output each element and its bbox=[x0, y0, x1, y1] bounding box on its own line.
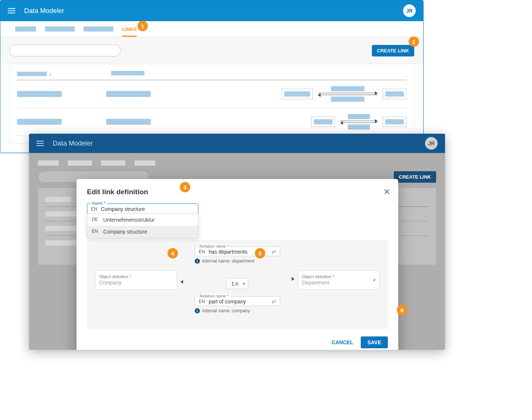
translate-icon[interactable]: ⇄ bbox=[272, 249, 276, 255]
relation-area: Relation name * EN has departments ⇄ iIn… bbox=[87, 240, 388, 329]
links-table: ↓ bbox=[9, 64, 414, 144]
foreground-window: Data Modeler JR CREATE LINK Edit link de… bbox=[29, 134, 445, 350]
tab-placeholder[interactable] bbox=[45, 26, 75, 32]
edit-link-modal: Edit link definition ✕ Name * EN DE Unte… bbox=[77, 179, 398, 350]
name-dropdown: DE Unternehmensstruktur EN Company struc… bbox=[87, 214, 198, 238]
right-object-value: Department bbox=[302, 280, 376, 286]
relation-top-value: has departments bbox=[209, 249, 247, 255]
chevron-down-icon: ▾ bbox=[373, 277, 376, 283]
search-input[interactable] bbox=[9, 45, 121, 56]
left-object-value: Company bbox=[99, 280, 173, 286]
menu-icon[interactable] bbox=[36, 141, 44, 146]
translate-icon[interactable]: ⇄ bbox=[272, 299, 276, 305]
relation-top-internal: iInternal name: department bbox=[195, 258, 280, 264]
annotation-badge-3: 3 bbox=[180, 182, 190, 192]
annotation-badge-5: 5 bbox=[255, 248, 265, 258]
relation-bottom-value: part of company bbox=[209, 299, 246, 305]
lang-tag: EN bbox=[91, 206, 97, 212]
sort-icon[interactable]: ↓ bbox=[49, 71, 52, 77]
right-object-stack: Object definition * Department ▾ bbox=[298, 270, 380, 290]
column-header[interactable] bbox=[17, 72, 47, 76]
app-header-modal: Data Modeler JR bbox=[29, 134, 445, 153]
menu-icon[interactable] bbox=[8, 8, 15, 13]
create-link-button[interactable]: CREATE LINK bbox=[372, 45, 414, 56]
cardinality-select[interactable]: 1:n ▾ bbox=[226, 278, 248, 289]
dimmed-body: CREATE LINK Edit link definition ✕ Name … bbox=[29, 153, 445, 350]
table-row[interactable] bbox=[17, 80, 406, 108]
close-icon[interactable]: ✕ bbox=[383, 187, 390, 197]
app-title: Data Modeler bbox=[24, 7, 64, 15]
name-label: Name * bbox=[90, 201, 107, 205]
link-diagram bbox=[282, 86, 406, 102]
chevron-down-icon: ▾ bbox=[243, 281, 245, 287]
cancel-button[interactable]: CANCEL bbox=[332, 339, 353, 345]
tab-links[interactable]: LINKS bbox=[122, 26, 137, 37]
avatar[interactable]: JR bbox=[425, 137, 438, 150]
annotation-badge-6: 6 bbox=[397, 305, 407, 315]
tab-bar: LINKS bbox=[0, 21, 423, 37]
modal-title: Edit link definition bbox=[87, 188, 388, 196]
relation-top-field[interactable]: Relation name * EN has departments ⇄ bbox=[195, 247, 280, 256]
column-header[interactable] bbox=[111, 71, 145, 75]
app-header: Data Modeler JR bbox=[0, 0, 423, 21]
relation-bottom-field[interactable]: Relation name * EN part of company ⇄ bbox=[195, 296, 280, 306]
background-window: Data Modeler JR LINKS CREATE LINK ↓ bbox=[0, 0, 424, 153]
annotation-badge-2: 2 bbox=[409, 36, 419, 47]
app-title: Data Modeler bbox=[53, 140, 93, 147]
create-link-button-disabled: CREATE LINK bbox=[394, 171, 436, 183]
annotation-badge-4: 4 bbox=[168, 248, 178, 258]
name-input[interactable] bbox=[101, 206, 194, 212]
dropdown-item-en[interactable]: EN Company structure bbox=[87, 226, 198, 238]
avatar[interactable]: JR bbox=[403, 4, 416, 17]
tab-placeholder[interactable] bbox=[15, 26, 36, 32]
right-object-field[interactable]: Object definition * Department ▾ bbox=[298, 270, 380, 290]
tab-placeholder[interactable] bbox=[84, 26, 113, 32]
relation-bottom-internal: iInternal name: company bbox=[195, 308, 280, 313]
link-diagram bbox=[296, 114, 406, 130]
name-field[interactable]: Name * EN DE Unternehmensstruktur EN Com… bbox=[87, 204, 198, 214]
dropdown-item-de[interactable]: DE Unternehmensstruktur bbox=[87, 214, 198, 226]
table-row[interactable] bbox=[17, 108, 406, 136]
annotation-badge-1: 1 bbox=[137, 21, 148, 31]
left-object-field[interactable]: Object definition * Company bbox=[95, 270, 177, 290]
toolbar: CREATE LINK bbox=[0, 37, 423, 64]
save-button[interactable]: SAVE bbox=[361, 336, 388, 348]
